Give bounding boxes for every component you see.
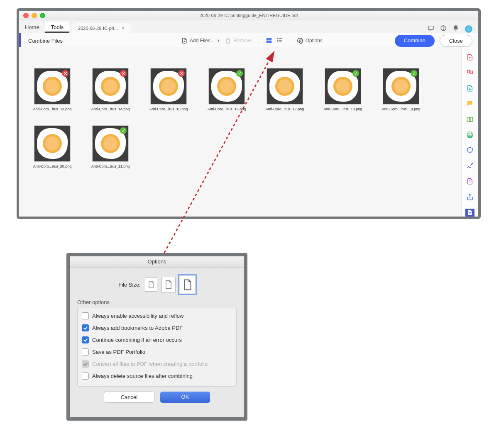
svg-point-7 <box>277 38 278 39</box>
svg-point-10 <box>299 40 301 41</box>
file-name: Anti-Coro...irus_17.png <box>264 107 306 111</box>
combine-content: ✕Anti-Coro...irus_13.png✕Anti-Coro...iru… <box>19 47 462 217</box>
chat-icon[interactable] <box>428 25 434 33</box>
sign-icon[interactable] <box>465 162 474 170</box>
right-tool-rail <box>461 47 478 217</box>
opt-portfolio[interactable]: Save as PDF Portfolio <box>82 346 232 358</box>
combine-button[interactable]: Combine <box>395 35 435 47</box>
document-tab[interactable]: 2020-06-29-IC-pri... ✕ <box>72 23 131 33</box>
file-name: Anti-Coro...irus_19.png <box>380 107 422 111</box>
file-thumb[interactable]: Anti-Coro...irus_20.png <box>32 125 73 168</box>
account-avatar[interactable] <box>465 25 472 33</box>
svg-rect-11 <box>467 70 470 73</box>
file-name: Anti-Coro...irus_21.png <box>90 164 131 168</box>
cross-badge-icon: ✕ <box>62 70 68 77</box>
check-badge-icon: ✓ <box>236 70 243 77</box>
create-pdf-icon[interactable] <box>465 53 474 61</box>
primary-tabs: Home Tools 2020-06-29-IC-pri... ✕ <box>19 20 478 33</box>
document-tab-label: 2020-06-29-IC-pri... <box>78 26 118 31</box>
window-title: 2020-06-29-IC-printingguide_ENTIREGUIDE.… <box>19 13 478 18</box>
opt-convert: Convert all files to PDF when creating a… <box>82 358 232 370</box>
file-name: Anti-Coro...irus_14.png <box>90 107 131 111</box>
svg-point-8 <box>277 40 278 40</box>
checkbox-icon <box>82 312 89 319</box>
gear-icon <box>297 37 303 44</box>
options-dialog: Options File Size: Other options Always … <box>66 253 247 421</box>
svg-rect-13 <box>467 117 470 122</box>
organize-pages-icon[interactable] <box>465 68 474 76</box>
compress-icon[interactable] <box>465 178 474 185</box>
file-thumb[interactable]: ✕Anti-Coro...irus_13.png <box>32 68 73 111</box>
comment-icon[interactable] <box>465 100 474 107</box>
remove-button: Remove <box>225 37 252 44</box>
file-size-small[interactable] <box>145 278 157 292</box>
print-icon[interactable] <box>465 131 474 139</box>
file-name: Anti-Coro...irus_15.png <box>148 107 189 111</box>
check-badge-icon: ✓ <box>120 127 127 134</box>
add-files-button[interactable]: Add Files... ▼ <box>181 37 220 44</box>
svg-rect-3 <box>267 38 269 40</box>
protect-icon[interactable] <box>465 146 474 154</box>
cross-badge-icon: ✕ <box>120 70 127 77</box>
combine-tool-selected-icon[interactable] <box>465 209 474 217</box>
svg-rect-14 <box>470 117 473 122</box>
add-file-icon <box>181 37 188 44</box>
file-name: Anti-Coro...irus_20.png <box>32 164 73 168</box>
file-thumb[interactable]: Anti-Coro...irus_17.png <box>264 68 306 111</box>
opt-accessibility[interactable]: Always enable accessibility and reflow <box>82 310 232 322</box>
acrobat-window: 2020-06-29-IC-printingguide_ENTIREGUIDE.… <box>17 8 481 219</box>
file-thumb[interactable]: ✓Anti-Coro...irus_19.png <box>380 68 422 111</box>
file-thumb[interactable]: ✓Anti-Coro...irus_18.png <box>322 68 364 111</box>
list-view-icon[interactable] <box>276 37 283 45</box>
file-thumb[interactable]: ✕Anti-Coro...irus_15.png <box>148 68 189 111</box>
combine-files-icon[interactable] <box>465 115 474 123</box>
combine-toolbar: Combine Files Add Files... ▼ Remove Opt <box>19 33 478 49</box>
svg-rect-6 <box>269 40 271 42</box>
checkbox-icon <box>82 373 89 380</box>
svg-rect-4 <box>269 38 271 40</box>
svg-rect-0 <box>428 26 433 30</box>
checkbox-icon <box>82 336 89 343</box>
help-icon[interactable] <box>440 25 447 33</box>
export-pdf-icon[interactable] <box>465 84 474 92</box>
file-name: Anti-Coro...irus_16.png <box>206 107 247 111</box>
cancel-button[interactable]: Cancel <box>104 392 154 403</box>
opt-delete[interactable]: Always delete source files after combini… <box>82 370 232 382</box>
checkbox-icon <box>82 348 89 355</box>
close-tab-icon[interactable]: ✕ <box>121 25 125 31</box>
svg-point-9 <box>277 41 278 42</box>
check-badge-icon: ✓ <box>411 70 417 77</box>
svg-rect-5 <box>267 40 269 42</box>
file-thumb[interactable]: ✓Anti-Coro...irus_21.png <box>90 125 131 168</box>
file-thumb[interactable]: ✕Anti-Coro...irus_14.png <box>90 68 131 111</box>
trash-icon <box>225 37 231 44</box>
dialog-title: Options <box>70 256 244 268</box>
toolbar-title: Combine Files <box>28 38 63 44</box>
file-thumb[interactable]: ✓Anti-Coro...irus_16.png <box>206 68 247 111</box>
opt-continue[interactable]: Continue combining if an error occurs <box>82 334 232 346</box>
check-badge-icon: ✓ <box>352 70 359 77</box>
other-options-label: Other options <box>77 299 237 305</box>
dropdown-icon: ▼ <box>217 39 220 43</box>
checkbox-icon <box>82 324 89 331</box>
file-size-label: File Size: <box>118 282 140 288</box>
file-size-large[interactable] <box>180 276 196 293</box>
cross-badge-icon: ✕ <box>178 70 185 77</box>
svg-point-2 <box>443 29 443 30</box>
options-button[interactable]: Options <box>297 37 323 44</box>
file-size-medium[interactable] <box>161 277 176 292</box>
file-name: Anti-Coro...irus_18.png <box>322 107 364 111</box>
tab-home[interactable]: Home <box>19 22 45 33</box>
ok-button[interactable]: OK <box>160 392 210 403</box>
opt-bookmarks[interactable]: Always add bookmarks to Adobe PDF <box>82 322 232 334</box>
bell-icon[interactable] <box>452 25 459 33</box>
tab-tools[interactable]: Tools <box>45 22 69 33</box>
checkbox-icon <box>82 360 89 368</box>
other-options-group: Always enable accessibility and reflow A… <box>77 307 237 387</box>
share-icon[interactable] <box>465 193 474 201</box>
file-name: Anti-Coro...irus_13.png <box>32 107 73 111</box>
svg-rect-12 <box>470 71 472 74</box>
grid-view-icon[interactable] <box>266 37 272 45</box>
close-button[interactable]: Close <box>440 35 472 47</box>
titlebar: 2020-06-29-IC-printingguide_ENTIREGUIDE.… <box>19 11 478 20</box>
